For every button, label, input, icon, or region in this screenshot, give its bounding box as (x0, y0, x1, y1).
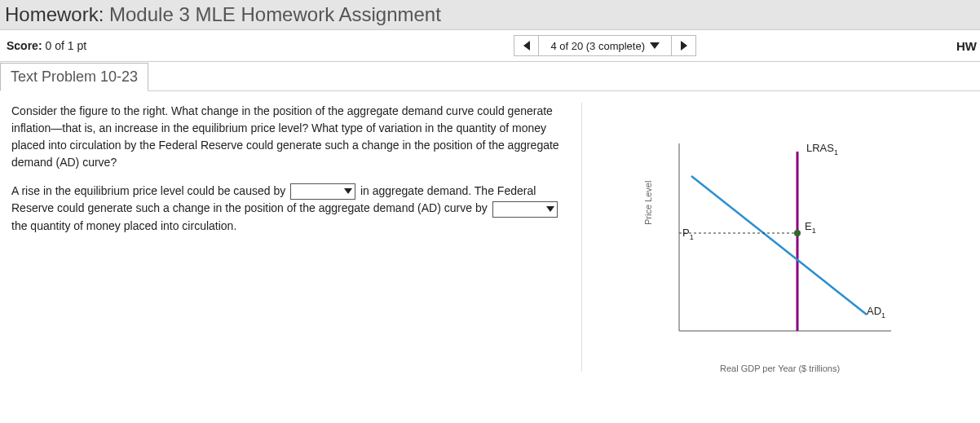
ad-label: AD1 (867, 305, 885, 319)
hw-badge: HW (956, 39, 977, 53)
equilibrium-label: E1 (805, 220, 816, 235)
answer-seg-1: A rise in the equilibrium price level co… (11, 184, 289, 197)
price-label: P1 (682, 227, 694, 241)
problem-tab-row: Text Problem 10-23 (0, 62, 980, 91)
chart-svg (655, 127, 899, 355)
score-value: 0 of 1 pt (45, 39, 86, 52)
figure-panel: Price Level Real GDP per Year ($ trillio… (582, 103, 972, 372)
nav-position-text: 4 of 20 (3 complete) (550, 40, 645, 52)
score-display: Score: 0 of 1 pt (7, 39, 86, 52)
page-title: Homework: Module 3 MLE Homework Assignme… (0, 0, 980, 30)
answer-dropdown-1[interactable] (290, 183, 355, 200)
next-question-button[interactable] (671, 36, 695, 55)
score-nav-row: Score: 0 of 1 pt 4 of 20 (3 complete) HW (0, 30, 980, 62)
svg-point-5 (794, 230, 801, 236)
x-axis-label: Real GDP per Year ($ trillions) (720, 364, 840, 373)
score-label: Score: (7, 39, 42, 52)
chevron-down-icon (650, 42, 660, 49)
svg-line-3 (691, 176, 867, 315)
question-panel: Consider the figure to the right. What c… (11, 103, 582, 372)
prev-question-button[interactable] (514, 36, 539, 55)
answer-sentence: A rise in the equilibrium price level co… (11, 183, 567, 235)
question-position-dropdown[interactable]: 4 of 20 (3 complete) (539, 36, 671, 55)
chevron-right-icon (681, 41, 687, 51)
chevron-left-icon (523, 41, 530, 51)
answer-seg-3: the quantity of money placed into circul… (11, 219, 236, 232)
question-paragraph-1: Consider the figure to the right. What c… (11, 103, 567, 171)
title-prefix: Homework: (5, 3, 104, 25)
economics-chart: Price Level Real GDP per Year ($ trillio… (655, 127, 899, 372)
problem-tab[interactable]: Text Problem 10-23 (0, 63, 148, 91)
y-axis-label: Price Level (643, 181, 653, 225)
content-area: Consider the figure to the right. What c… (0, 91, 980, 380)
lras-label: LRAS1 (806, 142, 838, 156)
title-name: Module 3 MLE Homework Assignment (109, 3, 441, 25)
answer-dropdown-2[interactable] (492, 201, 558, 218)
question-navigator: 4 of 20 (3 complete) (514, 35, 696, 56)
